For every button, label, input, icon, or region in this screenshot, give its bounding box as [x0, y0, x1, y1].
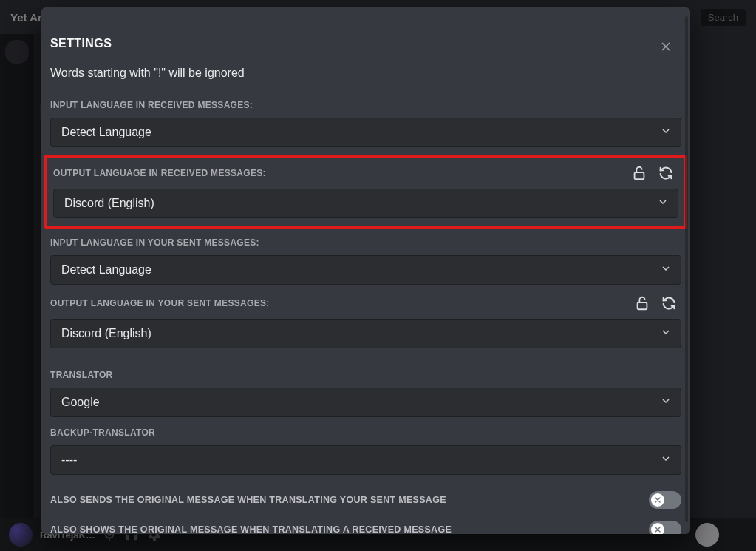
field-output-sent: OUTPUT LANGUAGE IN YOUR SENT MESSAGES: D…: [50, 295, 681, 348]
toggle-send-original: ALSO SENDS THE ORIGINAL MESSAGE WHEN TRA…: [50, 485, 681, 515]
field-translator: TRANSLATOR Google: [50, 370, 681, 417]
field-output-received: OUTPUT LANGUAGE IN RECEIVED MESSAGES: Di…: [53, 165, 678, 218]
settings-note: Words starting with "!" will be ignored: [50, 67, 681, 89]
modal-title: SETTINGS: [50, 37, 672, 50]
emoji-button[interactable]: [695, 523, 719, 547]
select-value: Detect Language: [61, 126, 151, 138]
x-icon: [653, 496, 662, 504]
chevron-down-icon: [657, 196, 669, 211]
select-value: Google: [61, 396, 100, 408]
avatar[interactable]: [9, 523, 33, 547]
modal-content: Words starting with "!" will be ignored …: [41, 52, 690, 534]
field-label: INPUT LANGUAGE IN YOUR SENT MESSAGES:: [50, 237, 259, 248]
lock-open-icon[interactable]: [631, 165, 647, 181]
field-label: TRANSLATOR: [50, 370, 113, 380]
select-output-sent[interactable]: Discord (English): [50, 319, 681, 348]
select-value: Detect Language: [61, 263, 151, 276]
chevron-down-icon: [660, 395, 672, 410]
search-box[interactable]: Search: [701, 9, 746, 26]
chevron-down-icon: [660, 125, 672, 140]
toggle-label: ALSO SENDS THE ORIGINAL MESSAGE WHEN TRA…: [50, 495, 446, 505]
toggle-show-original: ALSO SHOWS THE ORIGINAL MESSAGE WHEN TRA…: [50, 515, 681, 534]
x-icon: [653, 525, 662, 534]
refresh-icon[interactable]: [658, 165, 674, 181]
refresh-icon[interactable]: [661, 295, 677, 311]
field-input-received: INPUT LANGUAGE IN RECEIVED MESSAGES: Det…: [50, 100, 681, 147]
select-input-received[interactable]: Detect Language: [50, 118, 681, 147]
svg-rect-0: [635, 172, 644, 179]
chevron-down-icon: [660, 453, 672, 467]
toggle-label: ALSO SHOWS THE ORIGINAL MESSAGE WHEN TRA…: [50, 524, 452, 534]
field-input-sent: INPUT LANGUAGE IN YOUR SENT MESSAGES: De…: [50, 237, 681, 285]
lock-open-icon[interactable]: [634, 295, 650, 311]
chevron-down-icon: [660, 326, 672, 341]
guild-bar: [0, 34, 34, 518]
select-value: Discord (English): [61, 327, 151, 339]
divider: [50, 359, 681, 359]
guild-icon[interactable]: [5, 40, 29, 64]
select-value: Discord (English): [64, 197, 154, 209]
field-label: OUTPUT LANGUAGE IN YOUR SENT MESSAGES:: [50, 298, 270, 308]
highlight-output-received: OUTPUT LANGUAGE IN RECEIVED MESSAGES: Di…: [44, 155, 687, 229]
select-translator[interactable]: Google: [50, 388, 681, 417]
settings-modal: SETTINGS Words starting with "!" will be…: [41, 7, 690, 534]
field-backup-translator: BACKUP-TRANSLATOR ----: [50, 427, 681, 475]
close-button[interactable]: [656, 37, 675, 56]
close-icon: [659, 40, 672, 53]
chevron-down-icon: [660, 263, 672, 277]
svg-rect-1: [638, 302, 647, 309]
select-input-sent[interactable]: Detect Language: [50, 255, 681, 285]
toggle-switch[interactable]: [649, 521, 681, 534]
select-output-received[interactable]: Discord (English): [53, 189, 678, 218]
field-label: BACKUP-TRANSLATOR: [50, 427, 155, 438]
select-backup-translator[interactable]: ----: [50, 445, 681, 475]
field-label: INPUT LANGUAGE IN RECEIVED MESSAGES:: [50, 100, 253, 110]
field-label: OUTPUT LANGUAGE IN RECEIVED MESSAGES:: [53, 168, 266, 178]
toggle-switch[interactable]: [649, 491, 681, 509]
select-value: ----: [61, 453, 77, 466]
